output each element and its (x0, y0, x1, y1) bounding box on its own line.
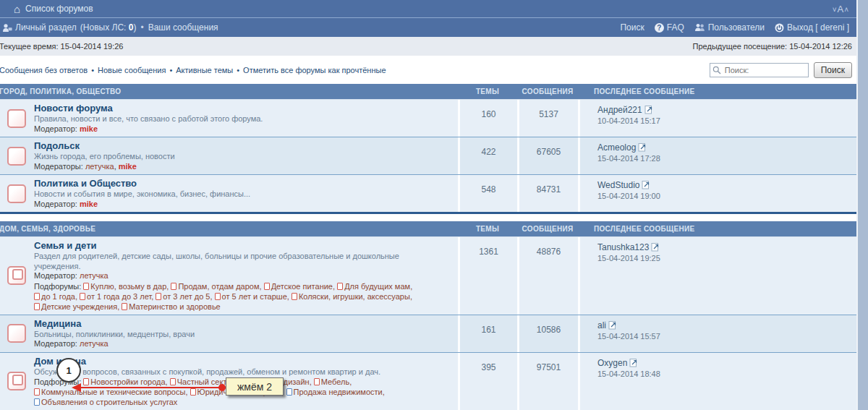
topics-count: 161 (458, 315, 517, 352)
last-post-icon[interactable] (651, 242, 660, 252)
moderator-link[interactable]: летучка (85, 162, 114, 171)
last-post-icon[interactable] (629, 358, 639, 367)
lastpost-cell: Acmeolog 15-04-2014 17:28 (578, 137, 856, 174)
forum-row-politics: Политика и Общество Новости и события в … (0, 174, 856, 212)
subforum-link[interactable]: Коляски, игрушки, аксессуары (292, 292, 412, 301)
subforum-page-icon (264, 283, 270, 290)
lastpost-user-link[interactable]: WedStudio (597, 180, 639, 190)
forum-title-link[interactable]: Подольск (34, 140, 454, 152)
subforum-link[interactable]: до 1 года (34, 292, 80, 301)
subforum-link[interactable]: Мебель (314, 377, 352, 386)
annotation-step-circle: 1 (56, 358, 81, 383)
forum-title-link[interactable]: Дом и дача (34, 356, 454, 367)
session-info-bar: Текущее время: 15-04-2014 19:26 Предыдущ… (0, 37, 856, 56)
subforum-link[interactable]: Объявления о строительных услугах (34, 398, 177, 406)
nav-personal-link[interactable]: Личный раздел (2, 22, 77, 33)
column-header-posts: СООБЩЕНИЯ (517, 221, 578, 237)
search-input[interactable] (710, 63, 809, 77)
moderator-label: Модератор: (34, 271, 77, 280)
subforum-link[interactable]: от 5 лет и старше (215, 292, 292, 301)
moderators-label: Модераторы: (34, 162, 83, 171)
lastpost-user-link[interactable]: Tanushka123 (597, 242, 649, 252)
category-header: ДОМ, СЕМЬЯ, ЗДОРОВЬЕ ТЕМЫ СООБЩЕНИЯ ПОСЛ… (0, 221, 856, 237)
lastpost-user-link[interactable]: ali (597, 320, 606, 330)
posts-count: 5137 (517, 100, 578, 137)
font-size-widget[interactable]: ˅A˄ (833, 4, 849, 14)
forum-icon (7, 147, 26, 166)
nav-your-posts-link[interactable]: Ваши сообщения (148, 22, 218, 33)
moderator-link[interactable]: mike (80, 124, 98, 133)
subforums-label: Подфорумы: (34, 282, 81, 291)
annotation-label: жмём 2 (226, 377, 284, 396)
subforum-link[interactable]: Коммунальные и технические вопросы (34, 388, 190, 396)
breadcrumb-forum-index-link[interactable]: Список форумов (25, 4, 93, 14)
lastpost-user-link[interactable]: Oxygen (597, 358, 627, 368)
forum-title-link[interactable]: Политика и Общество (34, 178, 454, 189)
forum-desc: Больницы, поликлиники, медцентры, врачи (34, 330, 428, 340)
lastpost-date: 15-04-2014 18:48 (597, 370, 852, 378)
nav-logout-link[interactable]: Выход [ dereni ] (775, 22, 849, 33)
lastpost-cell: Oxygen 15-04-2014 18:48 (578, 353, 856, 410)
subforum-link[interactable]: Детское питание (264, 282, 337, 291)
last-post-icon[interactable] (642, 180, 651, 189)
quicklink-mark-read[interactable]: Отметить все форумы как прочтённые (243, 66, 386, 74)
forum-desc: Обсуждение вопросов, связанных с покупко… (34, 367, 428, 377)
search-icon (712, 66, 721, 74)
moderator-link[interactable]: летучка (80, 339, 109, 348)
forum-title-link[interactable]: Новости форума (34, 103, 454, 114)
lastpost-user-link[interactable]: Acmeolog (597, 142, 636, 153)
quicklink-new-posts[interactable]: Новые сообщения (98, 66, 166, 74)
quicklinks-bar: Сообщения без ответов• Новые сообщения• … (0, 56, 856, 84)
forum-row-medicine: Медицина Больницы, поликлиники, медцентр… (0, 315, 856, 352)
subforum-page-icon (170, 378, 176, 385)
subforum-page-icon (337, 283, 343, 290)
quicklink-active-topics[interactable]: Активные темы (176, 66, 233, 74)
moderator-link[interactable]: летучка (80, 271, 109, 280)
subforum-page-icon (215, 293, 221, 300)
subforum-link[interactable]: от 1 года до 3 лет (80, 292, 156, 301)
subforum-page-icon (80, 293, 85, 300)
topics-count: 548 (458, 175, 517, 212)
lastpost-date: 15-04-2014 19:00 (597, 192, 852, 200)
forum-row-news: Новости форума Правила, новости и все, ч… (0, 100, 856, 137)
quicklink-unanswered[interactable]: Сообщения без ответов (0, 66, 88, 74)
topics-count: 160 (458, 100, 517, 137)
posts-count: 48876 (517, 237, 578, 315)
subforum-page-icon (83, 378, 89, 385)
category-city-politics: ГОРОД, ПОЛИТИКА, ОБЩЕСТВО ТЕМЫ СООБЩЕНИЯ… (0, 84, 856, 214)
subforum-link[interactable]: Материнство и здоровье (122, 302, 220, 311)
subforum-link[interactable]: Продажа недвижимости (286, 388, 385, 396)
last-post-icon[interactable] (638, 142, 647, 152)
subforum-link[interactable]: Куплю, возьму в дар (83, 282, 171, 291)
moderator-label: Модератор: (34, 339, 77, 348)
forum-title-link[interactable]: Медицина (34, 318, 454, 330)
nav-faq-link[interactable]: ? FAQ (655, 22, 684, 33)
moderator-link[interactable]: mike (114, 162, 137, 171)
last-post-icon[interactable] (608, 320, 618, 330)
subforum-page-icon (34, 293, 40, 300)
forum-icon (7, 184, 26, 203)
faq-icon: ? (655, 23, 664, 33)
subforum-link[interactable]: Детские учреждения (34, 302, 122, 311)
subforum-page-icon (190, 388, 196, 396)
forum-title-link[interactable]: Семья и дети (34, 240, 454, 252)
nav-users-link[interactable]: Пользователи (694, 22, 765, 33)
moderator-link[interactable]: mike (80, 200, 98, 208)
posts-count: 67605 (517, 137, 578, 174)
user-nav-bar: Личный раздел (Новых ЛС: 0) • Ваши сообщ… (0, 18, 856, 37)
subforum-page-icon (83, 283, 89, 290)
subforum-link[interactable]: Новостройки города (83, 377, 169, 386)
current-time-text: Текущее время: 15-04-2014 19:26 (0, 42, 123, 51)
column-header-topics: ТЕМЫ (458, 221, 517, 237)
home-icon[interactable]: ⌂ (14, 4, 20, 14)
forum-icon (7, 109, 26, 128)
subforum-link[interactable]: Для будущих мам (337, 282, 412, 291)
subforum-link[interactable]: от 3 лет до 5 (156, 292, 214, 301)
nav-search-link[interactable]: Поиск (620, 22, 644, 33)
pm-counter: (Новых ЛС: 0) (80, 22, 137, 33)
search-button[interactable]: Поиск (814, 62, 852, 78)
subforum-link[interactable]: Продам, отдам даром (171, 282, 263, 291)
lastpost-user-link[interactable]: Андрей221 (597, 105, 642, 115)
subforum-page-icon (156, 293, 161, 300)
last-post-icon[interactable] (644, 105, 654, 114)
